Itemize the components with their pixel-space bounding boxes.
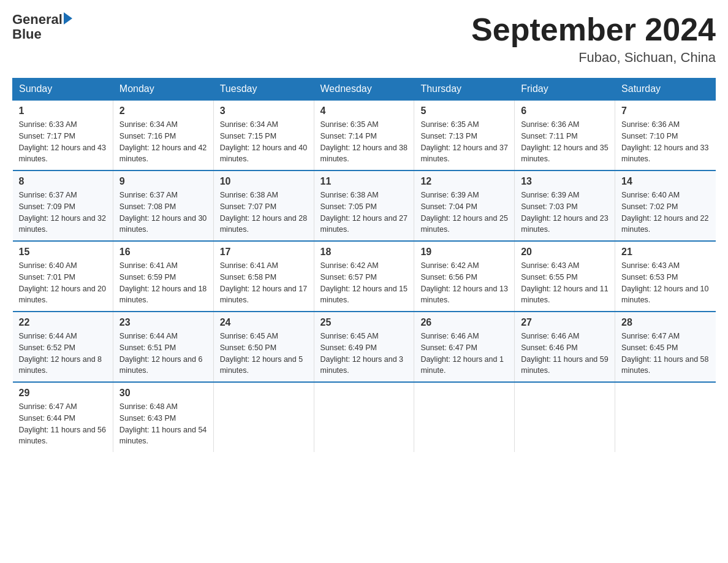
header-thursday: Thursday	[414, 79, 515, 101]
header-monday: Monday	[113, 79, 213, 101]
calendar-cell: 1Sunrise: 6:33 AMSunset: 7:17 PMDaylight…	[13, 100, 113, 170]
day-info: Sunrise: 6:45 AMSunset: 6:50 PMDaylight:…	[220, 331, 308, 377]
calendar-cell: 8Sunrise: 6:37 AMSunset: 7:09 PMDaylight…	[13, 170, 113, 241]
calendar-cell: 25Sunrise: 6:45 AMSunset: 6:49 PMDayligh…	[314, 312, 414, 382]
calendar-cell: 6Sunrise: 6:36 AMSunset: 7:11 PMDaylight…	[515, 100, 615, 170]
day-number: 5	[420, 105, 508, 117]
day-number: 4	[320, 105, 408, 117]
day-number: 13	[521, 176, 609, 187]
day-number: 18	[320, 247, 408, 258]
day-info: Sunrise: 6:45 AMSunset: 6:49 PMDaylight:…	[320, 331, 408, 377]
calendar-cell: 26Sunrise: 6:46 AMSunset: 6:47 PMDayligh…	[414, 312, 515, 382]
day-number: 10	[220, 176, 308, 187]
header-friday: Friday	[515, 79, 615, 101]
day-info: Sunrise: 6:36 AMSunset: 7:10 PMDaylight:…	[621, 119, 709, 165]
day-number: 30	[119, 388, 207, 399]
header-tuesday: Tuesday	[213, 79, 314, 101]
calendar-cell: 14Sunrise: 6:40 AMSunset: 7:02 PMDayligh…	[615, 170, 716, 241]
logo-text-blue: Blue	[12, 26, 42, 42]
day-number: 25	[320, 317, 408, 328]
calendar-cell: 5Sunrise: 6:35 AMSunset: 7:13 PMDaylight…	[414, 100, 515, 170]
day-info: Sunrise: 6:40 AMSunset: 7:01 PMDaylight:…	[19, 260, 107, 306]
calendar-header: SundayMondayTuesdayWednesdayThursdayFrid…	[13, 79, 716, 101]
day-number: 29	[19, 388, 107, 399]
calendar-cell	[314, 382, 414, 452]
calendar-cell	[515, 382, 615, 452]
calendar-cell: 27Sunrise: 6:46 AMSunset: 6:46 PMDayligh…	[515, 312, 615, 382]
week-row-4: 22Sunrise: 6:44 AMSunset: 6:52 PMDayligh…	[13, 312, 716, 382]
day-number: 23	[119, 317, 207, 328]
calendar-cell: 24Sunrise: 6:45 AMSunset: 6:50 PMDayligh…	[213, 312, 314, 382]
day-info: Sunrise: 6:37 AMSunset: 7:09 PMDaylight:…	[19, 190, 107, 236]
day-number: 22	[19, 317, 107, 328]
calendar-cell: 18Sunrise: 6:42 AMSunset: 6:57 PMDayligh…	[314, 241, 414, 312]
day-info: Sunrise: 6:34 AMSunset: 7:15 PMDaylight:…	[220, 119, 308, 165]
day-info: Sunrise: 6:35 AMSunset: 7:14 PMDaylight:…	[320, 119, 408, 165]
calendar-cell: 15Sunrise: 6:40 AMSunset: 7:01 PMDayligh…	[13, 241, 113, 312]
calendar-cell	[615, 382, 716, 452]
week-row-3: 15Sunrise: 6:40 AMSunset: 7:01 PMDayligh…	[13, 241, 716, 312]
day-info: Sunrise: 6:40 AMSunset: 7:02 PMDaylight:…	[621, 190, 709, 236]
calendar-cell: 3Sunrise: 6:34 AMSunset: 7:15 PMDaylight…	[213, 100, 314, 170]
logo-text-general: General	[12, 12, 63, 27]
day-info: Sunrise: 6:43 AMSunset: 6:53 PMDaylight:…	[621, 260, 709, 306]
header-saturday: Saturday	[615, 79, 716, 101]
day-info: Sunrise: 6:42 AMSunset: 6:56 PMDaylight:…	[420, 260, 508, 306]
calendar-cell: 7Sunrise: 6:36 AMSunset: 7:10 PMDaylight…	[615, 100, 716, 170]
day-number: 20	[521, 247, 609, 258]
calendar-cell: 28Sunrise: 6:47 AMSunset: 6:45 PMDayligh…	[615, 312, 716, 382]
calendar-cell: 11Sunrise: 6:38 AMSunset: 7:05 PMDayligh…	[314, 170, 414, 241]
day-info: Sunrise: 6:48 AMSunset: 6:43 PMDaylight:…	[119, 401, 207, 447]
day-info: Sunrise: 6:47 AMSunset: 6:44 PMDaylight:…	[19, 401, 107, 447]
day-info: Sunrise: 6:39 AMSunset: 7:03 PMDaylight:…	[521, 190, 609, 236]
day-number: 19	[420, 247, 508, 258]
day-info: Sunrise: 6:37 AMSunset: 7:08 PMDaylight:…	[119, 190, 207, 236]
day-number: 16	[119, 247, 207, 258]
calendar-cell: 22Sunrise: 6:44 AMSunset: 6:52 PMDayligh…	[13, 312, 113, 382]
day-number: 3	[220, 105, 308, 117]
calendar-cell: 16Sunrise: 6:41 AMSunset: 6:59 PMDayligh…	[113, 241, 213, 312]
title-block: September 2024 Fubao, Sichuan, China	[471, 12, 716, 66]
day-info: Sunrise: 6:44 AMSunset: 6:52 PMDaylight:…	[19, 331, 107, 377]
day-info: Sunrise: 6:33 AMSunset: 7:17 PMDaylight:…	[19, 119, 107, 165]
day-info: Sunrise: 6:36 AMSunset: 7:11 PMDaylight:…	[521, 119, 609, 165]
page-header: General Blue September 2024 Fubao, Sichu…	[12, 12, 716, 66]
calendar-cell: 12Sunrise: 6:39 AMSunset: 7:04 PMDayligh…	[414, 170, 515, 241]
day-number: 17	[220, 247, 308, 258]
day-number: 14	[621, 176, 709, 187]
day-number: 12	[420, 176, 508, 187]
week-row-2: 8Sunrise: 6:37 AMSunset: 7:09 PMDaylight…	[13, 170, 716, 241]
day-number: 28	[621, 317, 709, 328]
day-number: 11	[320, 176, 408, 187]
header-row: SundayMondayTuesdayWednesdayThursdayFrid…	[13, 79, 716, 101]
day-info: Sunrise: 6:41 AMSunset: 6:58 PMDaylight:…	[220, 260, 308, 306]
day-info: Sunrise: 6:34 AMSunset: 7:16 PMDaylight:…	[119, 119, 207, 165]
day-number: 21	[621, 247, 709, 258]
day-number: 7	[621, 105, 709, 117]
calendar-cell	[213, 382, 314, 452]
week-row-5: 29Sunrise: 6:47 AMSunset: 6:44 PMDayligh…	[13, 382, 716, 452]
week-row-1: 1Sunrise: 6:33 AMSunset: 7:17 PMDaylight…	[13, 100, 716, 170]
calendar-cell: 2Sunrise: 6:34 AMSunset: 7:16 PMDaylight…	[113, 100, 213, 170]
calendar-cell: 17Sunrise: 6:41 AMSunset: 6:58 PMDayligh…	[213, 241, 314, 312]
calendar-body: 1Sunrise: 6:33 AMSunset: 7:17 PMDaylight…	[13, 100, 716, 452]
day-info: Sunrise: 6:38 AMSunset: 7:05 PMDaylight:…	[320, 190, 408, 236]
day-number: 6	[521, 105, 609, 117]
location: Fubao, Sichuan, China	[471, 50, 716, 66]
logo-arrow-icon	[64, 12, 72, 25]
day-number: 15	[19, 247, 107, 258]
calendar-cell: 20Sunrise: 6:43 AMSunset: 6:55 PMDayligh…	[515, 241, 615, 312]
day-number: 8	[19, 176, 107, 187]
day-number: 24	[220, 317, 308, 328]
month-title: September 2024	[471, 12, 716, 47]
calendar-cell: 21Sunrise: 6:43 AMSunset: 6:53 PMDayligh…	[615, 241, 716, 312]
header-wednesday: Wednesday	[314, 79, 414, 101]
day-number: 26	[420, 317, 508, 328]
calendar-cell: 13Sunrise: 6:39 AMSunset: 7:03 PMDayligh…	[515, 170, 615, 241]
day-info: Sunrise: 6:35 AMSunset: 7:13 PMDaylight:…	[420, 119, 508, 165]
day-info: Sunrise: 6:43 AMSunset: 6:55 PMDaylight:…	[521, 260, 609, 306]
day-info: Sunrise: 6:46 AMSunset: 6:47 PMDaylight:…	[420, 331, 508, 377]
day-number: 2	[119, 105, 207, 117]
calendar-cell: 9Sunrise: 6:37 AMSunset: 7:08 PMDaylight…	[113, 170, 213, 241]
calendar-cell: 4Sunrise: 6:35 AMSunset: 7:14 PMDaylight…	[314, 100, 414, 170]
